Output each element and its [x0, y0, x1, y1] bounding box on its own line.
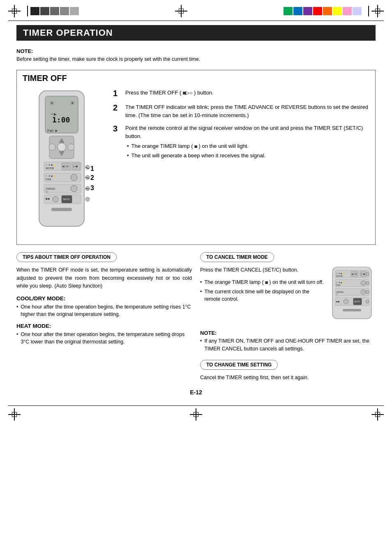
note-right-bullet: • If any TIMER ON, TIMER OFF and ONE-HOU…	[200, 337, 376, 352]
color-bars	[284, 7, 362, 15]
svg-text:SET/C: SET/C	[354, 300, 360, 303]
bottom-columns: TIPS ABOUT TIMER OFF OPERATION When the …	[16, 252, 376, 386]
timer-off-title: TIMER OFF	[17, 70, 375, 85]
note-label: NOTE:	[16, 48, 376, 54]
bottom-center-reg	[190, 408, 202, 421]
svg-text:2: 2	[90, 174, 94, 181]
step-3-bullet-1: • The orange TIMER lamp ( ◙ ) on the uni…	[127, 143, 369, 150]
svg-text:◙◀: ◙◀	[46, 197, 50, 200]
svg-text:◙▷1h: ◙▷1h	[62, 165, 69, 168]
step-3: 3 Point the remote control at the signal…	[113, 124, 369, 161]
page-content: TIMER OPERATION NOTE: Before setting the…	[0, 21, 392, 404]
step-3-text: Point the remote control at the signal r…	[125, 124, 369, 161]
svg-text:1: 1	[90, 165, 94, 172]
steps-area: 1 Press the TIMER OFF ( ◙▷○ ) button. 2 …	[113, 89, 369, 238]
bottom-left-reg	[8, 408, 21, 421]
small-remote-diagram: ☾☀★⚡ MODE ◙▷1h ▷◀ ☾☀★⚡ FAN	[330, 266, 376, 321]
svg-text:▷◀: ▷◀	[361, 273, 365, 275]
svg-text:☀: ☀	[70, 100, 75, 106]
step-1: 1 Press the TIMER OFF ( ◙▷○ ) button.	[113, 89, 369, 98]
step-1-number: 1	[113, 89, 122, 98]
small-remote-svg: ☾☀★⚡ MODE ◙▷1h ▷◀ ☾☀★⚡ FAN	[330, 266, 376, 320]
bottom-bar	[0, 406, 392, 423]
svg-text:MODE: MODE	[336, 275, 343, 277]
right-col: TO CANCEL TIMER MODE ☾☀★⚡ MODE ◙▷1h ▷◀	[200, 252, 376, 386]
svg-text:FAN: FAN	[336, 284, 341, 286]
svg-point-61	[361, 290, 366, 295]
svg-point-36	[85, 197, 90, 201]
step-3-bullet-2: • The unit will generate a beep when it …	[127, 152, 369, 159]
page-number: E-12	[16, 389, 376, 396]
svg-point-65	[344, 299, 348, 304]
svg-rect-63	[335, 297, 369, 306]
svg-text:☾☀★⚡: ☾☀★⚡	[46, 174, 57, 178]
svg-point-56	[361, 281, 366, 286]
svg-text:◙▷1h: ◙▷1h	[352, 273, 357, 275]
change-time-text: Cancel the TIMER setting first, then set…	[200, 374, 376, 382]
svg-point-33	[53, 196, 58, 202]
svg-text:▷◀: ▷◀	[73, 165, 78, 168]
cool-dry-bullet: • One hour after the time operation begi…	[16, 303, 192, 318]
cancel-timer-label: TO CANCEL TIMER MODE	[200, 252, 274, 262]
svg-text:Fan ►: Fan ►	[47, 129, 58, 133]
svg-text:3: 3	[90, 184, 94, 191]
cool-dry-title: COOL/DRY MODE:	[16, 295, 192, 302]
center-crosshair	[175, 5, 187, 17]
top-bar	[0, 0, 392, 21]
svg-text:▽: ▽	[336, 293, 338, 295]
left-col: TIPS ABOUT TIMER OFF OPERATION When the …	[16, 252, 192, 386]
svg-point-62	[366, 290, 369, 294]
svg-rect-69	[343, 309, 361, 311]
note-section: NOTE: Before setting the timer, make sur…	[16, 48, 376, 63]
svg-point-11	[68, 144, 74, 150]
remote-diagram: ☀ ☀ ⚬▶ 1:00 Fan ►	[23, 89, 105, 238]
step-1-text: Press the TIMER OFF ( ◙▷○ ) button.	[125, 89, 214, 97]
svg-text:1:00: 1:00	[52, 115, 70, 124]
svg-text:SWING: SWING	[46, 187, 55, 190]
step-2: 2 The TIMER OFF indicator will blink; pr…	[113, 103, 369, 119]
step-3-bullets: • The orange TIMER lamp ( ◙ ) on the uni…	[127, 143, 369, 159]
cancel-bullet-2: • The current clock time will be display…	[200, 288, 325, 303]
svg-point-68	[366, 300, 369, 303]
right-reg-mark	[371, 5, 384, 17]
step-2-text: The TIMER OFF indicator will blink; pres…	[125, 103, 369, 119]
step-3-number: 3	[113, 124, 122, 134]
remote-svg: ☀ ☀ ⚬▶ 1:00 Fan ►	[27, 89, 101, 237]
heat-bullet: • One hour after the timer operation beg…	[16, 331, 192, 345]
svg-text:FAN: FAN	[46, 178, 51, 181]
tips-label: TIPS ABOUT TIMER OFF OPERATION	[16, 252, 117, 262]
svg-rect-37	[51, 208, 72, 211]
svg-point-29	[71, 185, 77, 192]
svg-text:☀: ☀	[49, 100, 55, 106]
timer-off-content: ☀ ☀ ⚬▶ 1:00 Fan ►	[17, 85, 375, 244]
timer-off-box: TIMER OFF ☀ ☀ ⚬▶ 1:00	[16, 70, 376, 245]
svg-point-52	[366, 272, 369, 276]
page-title: TIMER OPERATION	[16, 25, 376, 41]
svg-text:MODE: MODE	[46, 167, 54, 170]
heat-title: HEAT MODE:	[16, 323, 192, 329]
bottom-right-reg	[371, 408, 384, 421]
cancel-bullet-1: • The orange TIMER lamp ( ◙ ) on the uni…	[200, 279, 325, 286]
svg-text:☾☀★⚡: ☾☀★⚡	[46, 163, 57, 167]
svg-text:◙◀: ◙◀	[336, 300, 339, 303]
note-text: Before setting the timer, make sure the …	[16, 55, 376, 63]
note-right: NOTE: • If any TIMER ON, TIMER OFF and O…	[200, 330, 376, 352]
note-right-label: NOTE:	[200, 330, 376, 336]
svg-point-10	[49, 144, 55, 150]
svg-point-12	[58, 143, 66, 151]
svg-point-57	[366, 281, 369, 285]
gray-bars	[30, 7, 79, 15]
step-2-number: 2	[113, 103, 122, 113]
svg-text:SET/C: SET/C	[63, 198, 70, 200]
svg-point-24	[71, 174, 77, 181]
change-time-section: TO CHANGE TIME SETTING Cancel the TIMER …	[200, 360, 376, 382]
tips-body: When the TIMER OFF mode is set, the temp…	[16, 266, 192, 290]
change-time-label: TO CHANGE TIME SETTING	[200, 360, 278, 370]
